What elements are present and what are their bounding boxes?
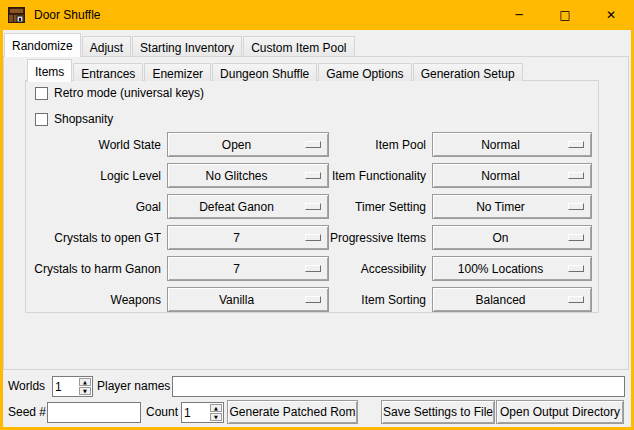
dropdown-value: Normal: [433, 138, 568, 152]
worlds-spinner-arrows: ▲ ▼: [78, 377, 92, 396]
item-sorting-dropdown[interactable]: Balanced: [432, 287, 592, 312]
retro-mode-label: Retro mode (universal keys): [54, 86, 204, 100]
dropdown-indicator-icon: [568, 234, 584, 241]
item-functionality-dropdown[interactable]: Normal: [432, 163, 592, 188]
setting-row: Logic Level No Glitches: [29, 163, 329, 188]
tab-generation-setup[interactable]: Generation Setup: [413, 63, 523, 81]
save-settings-button[interactable]: Save Settings to File: [381, 400, 495, 424]
items-panel: Retro mode (universal keys) Shopsanity W…: [25, 80, 599, 313]
dropdown-value: On: [433, 231, 568, 245]
setting-row: Progressive Items On: [294, 225, 592, 250]
setting-row: Crystals to harm Ganon 7: [29, 256, 329, 281]
tab-enemizer[interactable]: Enemizer: [144, 63, 211, 81]
dropdown-indicator-icon: [568, 265, 584, 272]
dropdown-value: Vanilla: [168, 293, 305, 307]
dropdown-value: Open: [168, 138, 305, 152]
dropdown-value: 100% Locations: [433, 262, 568, 276]
setting-label: Timer Setting: [294, 200, 432, 214]
treasure-chest-icon: [8, 7, 25, 23]
setting-row: Crystals to open GT 7: [29, 225, 329, 250]
setting-row: Accessibility 100% Locations: [294, 256, 592, 281]
tab-dungeon-shuffle[interactable]: Dungeon Shuffle: [212, 63, 317, 81]
worlds-spinner: ▲ ▼: [52, 376, 93, 397]
setting-label: World State: [29, 138, 167, 152]
dropdown-indicator-icon: [568, 203, 584, 210]
dropdown-indicator-icon: [568, 141, 584, 148]
dropdown-value: Defeat Ganon: [168, 200, 305, 214]
setting-row: Item Functionality Normal: [294, 163, 592, 188]
minimize-icon[interactable]: ─: [496, 0, 542, 30]
dropdown-value: No Timer: [433, 200, 568, 214]
tab-items[interactable]: Items: [27, 59, 72, 82]
item-pool-dropdown[interactable]: Normal: [432, 132, 592, 157]
maximize-icon[interactable]: □: [542, 0, 588, 30]
primary-tab-bar: Randomize Adjust Starting Inventory Cust…: [4, 32, 356, 56]
count-spinner: ▲ ▼: [181, 402, 224, 423]
title-bar: Door Shuffle ─ □ ✕: [0, 0, 634, 30]
dropdown-indicator-icon: [568, 296, 584, 303]
spin-up-icon[interactable]: ▲: [79, 378, 91, 386]
worlds-input[interactable]: [53, 377, 78, 396]
count-label: Count: [146, 401, 178, 423]
shopsanity-row: Shopsanity: [35, 112, 113, 126]
tab-custom-item-pool[interactable]: Custom Item Pool: [243, 36, 354, 56]
player-names-label: Player names: [97, 375, 170, 397]
settings-column-right: Item Pool Normal Item Functionality Norm…: [294, 132, 592, 318]
seed-input[interactable]: [47, 402, 141, 423]
spin-down-icon[interactable]: ▼: [79, 387, 91, 395]
open-output-directory-button[interactable]: Open Output Directory: [496, 400, 624, 424]
setting-label: Progressive Items: [294, 231, 432, 245]
spin-down-icon[interactable]: ▼: [210, 413, 222, 421]
generate-patched-rom-button[interactable]: Generate Patched Rom: [227, 400, 358, 424]
timer-setting-dropdown[interactable]: No Timer: [432, 194, 592, 219]
player-names-input[interactable]: [172, 376, 625, 397]
setting-row: Item Pool Normal: [294, 132, 592, 157]
window-controls: ─ □ ✕: [496, 0, 634, 30]
setting-label: Item Functionality: [294, 169, 432, 183]
setting-label: Weapons: [29, 293, 167, 307]
seed-label: Seed #: [8, 401, 46, 423]
tab-randomize[interactable]: Randomize: [4, 33, 81, 57]
setting-label: Item Sorting: [294, 293, 432, 307]
shopsanity-checkbox[interactable]: [35, 113, 48, 126]
secondary-tab-bar: Items Entrances Enemizer Dungeon Shuffle…: [27, 58, 524, 81]
dropdown-value: 7: [168, 231, 305, 245]
close-icon[interactable]: ✕: [588, 0, 634, 30]
count-spinner-arrows: ▲ ▼: [209, 403, 223, 422]
setting-row: Timer Setting No Timer: [294, 194, 592, 219]
progressive-items-dropdown[interactable]: On: [432, 225, 592, 250]
dropdown-value: No Glitches: [168, 169, 305, 183]
count-input[interactable]: [182, 403, 209, 422]
setting-label: Logic Level: [29, 169, 167, 183]
retro-mode-checkbox[interactable]: [35, 87, 48, 100]
worlds-label: Worlds: [8, 375, 45, 397]
retro-mode-row: Retro mode (universal keys): [35, 86, 204, 100]
setting-row: Goal Defeat Ganon: [29, 194, 329, 219]
dropdown-indicator-icon: [568, 172, 584, 179]
spin-up-icon[interactable]: ▲: [210, 404, 222, 412]
window-title: Door Shuffle: [34, 8, 101, 22]
accessibility-dropdown[interactable]: 100% Locations: [432, 256, 592, 281]
setting-label: Goal: [29, 200, 167, 214]
tab-entrances[interactable]: Entrances: [73, 63, 143, 81]
tab-starting-inventory[interactable]: Starting Inventory: [132, 36, 242, 56]
tab-game-options[interactable]: Game Options: [318, 63, 411, 81]
setting-row: Weapons Vanilla: [29, 287, 329, 312]
dropdown-value: Normal: [433, 169, 568, 183]
app-window: Door Shuffle ─ □ ✕ Randomize Adjust Star…: [0, 0, 634, 430]
setting-label: Crystals to harm Ganon: [29, 262, 167, 276]
dropdown-value: 7: [168, 262, 305, 276]
setting-label: Crystals to open GT: [29, 231, 167, 245]
setting-label: Accessibility: [294, 262, 432, 276]
setting-label: Item Pool: [294, 138, 432, 152]
setting-row: World State Open: [29, 132, 329, 157]
shopsanity-label: Shopsanity: [54, 112, 113, 126]
tab-adjust[interactable]: Adjust: [82, 36, 131, 56]
window-body: Randomize Adjust Starting Inventory Cust…: [3, 30, 631, 427]
setting-row: Item Sorting Balanced: [294, 287, 592, 312]
settings-column-left: World State Open Logic Level No Glitches…: [29, 132, 329, 318]
dropdown-value: Balanced: [433, 293, 568, 307]
